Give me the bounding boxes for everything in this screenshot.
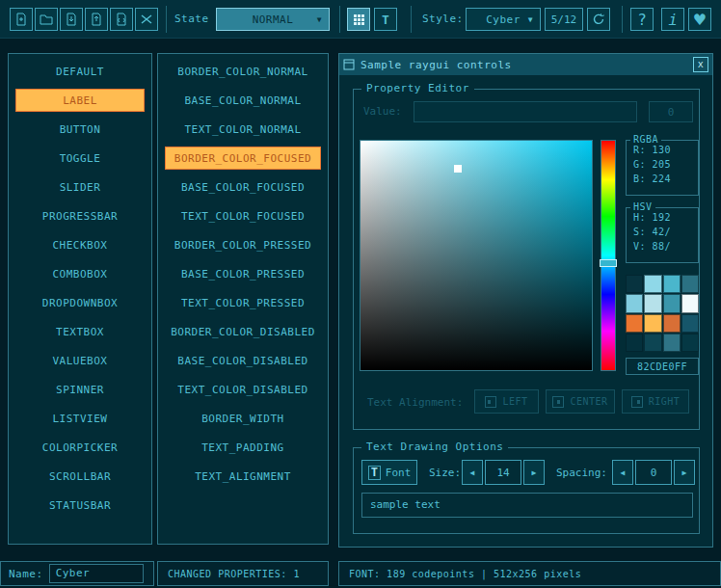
statusbar-name: Name: Cyber (0, 561, 154, 586)
palette-swatch[interactable] (681, 314, 699, 333)
properties-list-item[interactable]: BORDER_COLOR_FOCUSED (165, 147, 321, 170)
controls-list-item[interactable]: TOGGLE (15, 147, 145, 170)
export-code-button[interactable] (110, 8, 133, 31)
value-count-button[interactable]: 0 (649, 101, 693, 122)
properties-list: BORDER_COLOR_NORMALBASE_COLOR_NORMALTEXT… (157, 53, 329, 545)
palette-swatch[interactable] (644, 294, 661, 312)
palette-swatch[interactable] (626, 334, 643, 352)
spacing-decrease-button[interactable]: ◀ (612, 460, 633, 485)
properties-list-item[interactable]: BORDER_COLOR_NORMAL (165, 60, 321, 83)
controls-list-item[interactable]: COLORPICKER (15, 436, 145, 459)
properties-list-item[interactable]: BASE_COLOR_NORMAL (165, 89, 321, 112)
changed-properties-text: CHANGED PROPERTIES: 1 (168, 569, 300, 579)
window-title: Sample raygui controls (360, 59, 512, 71)
spacing-increase-button[interactable]: ▶ (674, 460, 695, 485)
palette-swatch[interactable] (644, 334, 661, 352)
style-index-box: 5/12 (545, 8, 583, 31)
window-titlebar[interactable]: Sample raygui controls x (339, 54, 712, 75)
palette-swatch[interactable] (626, 294, 643, 312)
palette-swatch[interactable] (626, 275, 643, 293)
controls-list-item[interactable]: LISTVIEW (15, 407, 145, 430)
spacing-label: Spacing: (556, 467, 607, 479)
align-right-button[interactable]: RIGHT (622, 389, 689, 414)
file-save-button[interactable] (60, 8, 83, 31)
controls-list-item[interactable]: TEXTBOX (15, 320, 145, 343)
palette-swatch[interactable] (626, 314, 643, 333)
hue-slider-handle[interactable] (600, 259, 617, 267)
style-dropdown[interactable]: Cyber ▼ (466, 8, 541, 31)
statusbar-font: FONT: 189 codepoints | 512x256 pixels (338, 561, 721, 586)
file-open-button[interactable] (35, 8, 58, 31)
properties-list-item[interactable]: TEXT_COLOR_FOCUSED (165, 204, 321, 227)
properties-list-item[interactable]: BORDER_COLOR_PRESSED (165, 233, 321, 256)
help-button[interactable]: ? (630, 8, 654, 31)
font-button[interactable]: T Font (361, 460, 417, 485)
close-button[interactable]: x (693, 57, 708, 72)
properties-list-item[interactable]: TEXT_PADDING (165, 436, 321, 459)
size-value[interactable]: 14 (485, 460, 521, 485)
properties-list-item[interactable]: BORDER_COLOR_DISABLED (165, 320, 321, 343)
controls-list-item[interactable]: LABEL (15, 89, 145, 112)
value-value: V: 88/ (633, 241, 698, 252)
controls-list-item[interactable]: PROGRESSBAR (15, 204, 145, 227)
sample-controls-window: Sample raygui controls x Property Editor… (338, 53, 713, 548)
controls-list-item[interactable]: BUTTON (15, 118, 145, 141)
hue-slider[interactable] (601, 140, 616, 371)
palette-swatch[interactable] (681, 334, 699, 352)
sponsor-button[interactable]: ♥ (688, 8, 711, 31)
properties-list-item[interactable]: TEXT_COLOR_PRESSED (165, 291, 321, 314)
spacing-value[interactable]: 0 (635, 460, 672, 485)
properties-list-item[interactable]: BASE_COLOR_PRESSED (165, 262, 321, 285)
align-center-button[interactable]: CENTER (546, 389, 615, 414)
palette-swatch[interactable] (663, 334, 681, 352)
properties-list-item[interactable]: TEXT_COLOR_DISABLED (165, 378, 321, 401)
file-new-button[interactable] (10, 8, 33, 31)
hex-value-input[interactable]: 82CDE0FF (626, 358, 699, 375)
style-name-input[interactable]: Cyber (49, 564, 144, 583)
controls-list-item[interactable]: DEFAULT (15, 60, 145, 83)
align-left-button[interactable]: LEFT (474, 389, 539, 414)
state-dropdown[interactable]: NORMAL ▼ (216, 8, 330, 31)
controls-list-item[interactable]: VALUEBOX (15, 349, 145, 372)
style-reload-button[interactable] (587, 8, 610, 31)
align-left-label: LEFT (502, 396, 527, 407)
align-center-label: CENTER (570, 396, 607, 407)
palette-swatch[interactable] (663, 275, 681, 293)
controls-list-item[interactable]: CHECKBOX (15, 233, 145, 256)
hue-value: H: 192 (633, 212, 698, 223)
color-saturation-value-panel[interactable] (360, 140, 593, 371)
properties-list-item[interactable]: TEXT_ALIGNMENT (165, 465, 321, 488)
value-input[interactable] (414, 101, 637, 122)
palette-swatch[interactable] (644, 314, 661, 333)
font-editor-button[interactable]: T (374, 8, 397, 31)
size-decrease-button[interactable]: ◀ (462, 460, 483, 485)
about-button[interactable]: i (661, 8, 684, 31)
palette-swatch[interactable] (681, 294, 699, 312)
property-editor-label: Property Editor (361, 82, 474, 94)
controls-list-item[interactable]: SLIDER (15, 175, 145, 199)
properties-list-item[interactable]: TEXT_COLOR_NORMAL (165, 118, 321, 141)
green-value: G: 205 (633, 159, 698, 170)
palette-swatch[interactable] (681, 275, 699, 293)
palette-swatch[interactable] (644, 275, 661, 293)
properties-list-item[interactable]: BORDER_WIDTH (165, 407, 321, 430)
controls-list-item[interactable]: SCROLLBAR (15, 465, 145, 488)
spinner-left-icon: ◀ (470, 468, 475, 477)
properties-list-item[interactable]: BASE_COLOR_FOCUSED (165, 175, 321, 199)
size-increase-button[interactable]: ▶ (523, 460, 545, 485)
file-export-button[interactable] (85, 8, 108, 31)
style-table-button[interactable] (347, 8, 370, 31)
rgba-label: RGBA (630, 134, 661, 145)
chevron-down-icon: ▼ (317, 15, 322, 24)
controls-list-item[interactable]: STATUSBAR (15, 494, 145, 517)
properties-list-item[interactable]: BASE_COLOR_DISABLED (165, 349, 321, 372)
palette-swatch[interactable] (663, 314, 681, 333)
random-style-button[interactable] (135, 8, 158, 31)
controls-list-item[interactable]: COMBOBOX (15, 262, 145, 285)
sample-text-input[interactable]: sample text (361, 493, 693, 518)
controls-list-item[interactable]: SPINNER (15, 378, 145, 401)
color-cursor[interactable] (454, 165, 462, 173)
text-options-label: Text Drawing Options (361, 441, 508, 453)
palette-swatch[interactable] (663, 294, 681, 312)
controls-list-item[interactable]: DROPDOWNBOX (15, 291, 145, 314)
